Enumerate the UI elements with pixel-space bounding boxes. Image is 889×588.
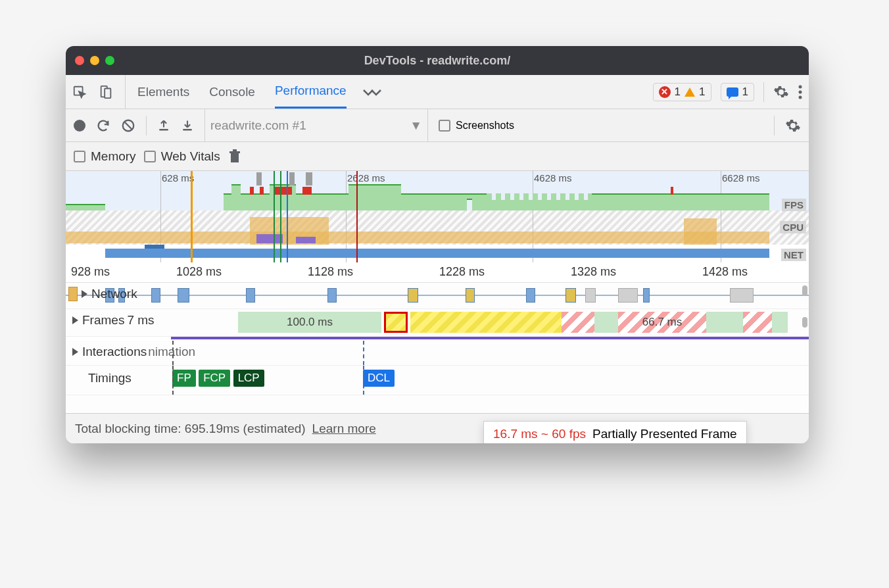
load-profile-button[interactable]: [157, 119, 170, 132]
selected-frame-block[interactable]: [384, 312, 408, 333]
panel-tabbar: Elements Console Performance ✕ 1 1 1: [66, 75, 809, 109]
svg-rect-8: [183, 129, 191, 131]
capture-settings-icon[interactable]: [785, 118, 801, 134]
memory-label: Memory: [91, 149, 136, 164]
maximize-window-button[interactable]: [105, 56, 114, 65]
frames-track[interactable]: Frames 7 ms 100.0 ms 66.7 ms: [66, 309, 809, 337]
svg-rect-11: [233, 149, 237, 151]
timings-track-header: Timings: [88, 371, 132, 385]
svg-rect-10: [229, 151, 240, 153]
tab-performance[interactable]: Performance: [275, 75, 347, 109]
console-errors-pill[interactable]: ✕ 1 1: [653, 83, 711, 101]
disclose-icon: [72, 316, 78, 324]
timings-track-label: Timings: [88, 371, 132, 385]
save-profile-button[interactable]: [181, 119, 194, 132]
screenshots-option[interactable]: Screenshots: [439, 120, 514, 132]
frame-block[interactable]: [743, 312, 772, 333]
memory-option[interactable]: Memory: [74, 149, 136, 164]
titlebar: DevTools - readwrite.com/: [66, 46, 809, 75]
learn-more-link[interactable]: Learn more: [312, 422, 376, 436]
more-tabs-icon[interactable]: [361, 87, 383, 97]
disclose-icon: [82, 290, 87, 298]
tab-console[interactable]: Console: [209, 75, 255, 109]
timeline-ruler[interactable]: 928 ms 1028 ms 1128 ms 1228 ms 1328 ms 1…: [66, 263, 809, 283]
ruler-tick: 1228 ms: [439, 265, 485, 279]
garbage-collect-icon[interactable]: [228, 149, 241, 164]
warning-count: 1: [699, 86, 705, 99]
issues-icon: [727, 87, 738, 97]
frame-label-7ms: 7 ms: [127, 313, 154, 328]
blocking-time-text: Total blocking time: 695.19ms (estimated…: [75, 422, 306, 436]
timing-lcp-badge[interactable]: LCP: [233, 370, 264, 387]
svg-rect-9: [231, 153, 239, 162]
frame-block[interactable]: [706, 312, 743, 333]
device-toggle-icon[interactable]: [99, 85, 113, 99]
overview-tick: 4628 ms: [534, 172, 572, 184]
timings-track[interactable]: Timings FP FCP LCP DCL: [66, 366, 809, 395]
interactions-track[interactable]: Interactions nimation: [66, 341, 809, 366]
kebab-menu-icon[interactable]: [798, 85, 802, 99]
svg-rect-2: [105, 88, 110, 98]
interactions-sub-label: nimation: [148, 345, 195, 359]
timing-fp-badge[interactable]: FP: [172, 370, 196, 387]
interactions-track-header[interactable]: Interactions nimation: [72, 345, 195, 359]
overview-tick: 6628 ms: [722, 172, 760, 184]
performance-toolbar: readwrite.com #1 ▼ Screenshots: [66, 109, 809, 142]
settings-icon[interactable]: [773, 84, 789, 100]
screenshots-label: Screenshots: [456, 120, 514, 132]
network-track-label: Network: [91, 287, 137, 301]
reload-record-button[interactable]: [96, 118, 110, 133]
timing-fcp-badge[interactable]: FCP: [199, 370, 230, 387]
scrollbar-thumb[interactable]: [802, 285, 807, 296]
performance-options: Memory Web Vitals: [66, 142, 809, 171]
web-vitals-checkbox[interactable]: [144, 151, 156, 162]
frame-block[interactable]: [772, 312, 788, 333]
cpu-lane-label: CPU: [780, 221, 806, 233]
network-track-header[interactable]: Network: [68, 287, 137, 301]
network-track[interactable]: Network: [66, 283, 809, 309]
web-vitals-label: Web Vitals: [161, 149, 220, 164]
frame-block[interactable]: 100.0 ms: [238, 312, 381, 333]
target-selector[interactable]: readwrite.com #1 ▼: [204, 109, 428, 141]
ruler-tick: 1328 ms: [571, 265, 616, 279]
dropdown-icon: ▼: [410, 118, 422, 133]
scrollbar-thumb[interactable]: [802, 317, 807, 328]
memory-checkbox[interactable]: [74, 151, 85, 162]
timing-dcl-badge[interactable]: DCL: [363, 370, 395, 387]
tooltip-label: Partially Presented Frame: [592, 427, 737, 441]
svg-point-5: [799, 95, 802, 99]
fps-lane-label: FPS: [782, 199, 806, 211]
clear-button[interactable]: [121, 118, 135, 133]
ruler-tick: 1028 ms: [176, 265, 222, 279]
inspect-element-icon[interactable]: [72, 85, 87, 99]
svg-point-3: [799, 85, 802, 88]
close-window-button[interactable]: [75, 56, 84, 65]
screenshots-checkbox[interactable]: [439, 120, 450, 132]
overview-panel[interactable]: FPS CPU NET 628 ms 2628 ms 4628 ms 6628 …: [66, 171, 809, 263]
record-button[interactable]: [74, 120, 85, 132]
error-icon: ✕: [659, 86, 671, 98]
target-selector-value: readwrite.com #1: [210, 118, 306, 133]
frames-track-label: Frames: [82, 313, 124, 328]
svg-rect-7: [159, 129, 168, 131]
ruler-tick: 928 ms: [71, 265, 110, 279]
net-lane-label: NET: [781, 249, 806, 261]
frame-block[interactable]: 66.7 ms: [618, 312, 706, 333]
issues-pill[interactable]: 1: [721, 83, 754, 101]
window-title: DevTools - readwrite.com/: [66, 54, 809, 68]
frame-block[interactable]: [562, 312, 594, 333]
ruler-tick: 1428 ms: [702, 265, 748, 279]
web-vitals-option[interactable]: Web Vitals: [144, 149, 220, 164]
ruler-tick: 1128 ms: [308, 265, 353, 279]
error-count: 1: [675, 86, 681, 99]
svg-point-4: [799, 90, 802, 93]
frame-block[interactable]: [410, 312, 562, 333]
frame-block[interactable]: [594, 312, 618, 333]
minimize-window-button[interactable]: [90, 56, 99, 65]
issues-count: 1: [742, 86, 748, 99]
tooltip-timing: 16.7 ms ~ 60 fps: [493, 427, 586, 441]
tab-elements[interactable]: Elements: [137, 75, 189, 109]
disclose-icon: [72, 348, 78, 356]
overview-tick: 628 ms: [162, 172, 194, 184]
frames-track-header[interactable]: Frames 7 ms: [72, 313, 155, 328]
